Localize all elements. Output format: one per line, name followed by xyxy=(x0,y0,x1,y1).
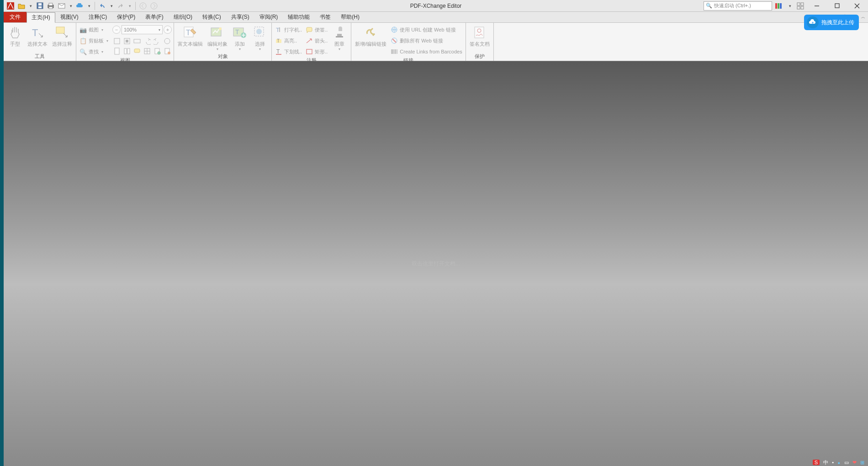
nav-forward-button[interactable] xyxy=(149,1,159,11)
view-rotate-left-icon[interactable] xyxy=(143,37,152,46)
open-button[interactable] xyxy=(16,1,26,11)
tab-review[interactable]: 审阅(R) xyxy=(254,12,283,22)
ui-theme-button[interactable] xyxy=(774,1,785,11)
snapshot-button[interactable]: 📷 截图▾ xyxy=(78,25,110,35)
zoom-input[interactable]: 100%▾ xyxy=(122,25,163,34)
qat-separator xyxy=(95,2,95,10)
tab-home[interactable]: 主页(H) xyxy=(26,12,55,23)
ribbon-collapse-icon[interactable]: ︿ xyxy=(861,14,865,20)
tray-icon-5[interactable]: ⊞ xyxy=(860,460,864,466)
barcode-icon xyxy=(391,48,398,55)
view-pages-icon[interactable] xyxy=(122,47,132,56)
tab-accessibility[interactable]: 辅助功能 xyxy=(283,12,315,22)
svg-point-8 xyxy=(140,3,146,9)
link-icon xyxy=(363,25,379,40)
svg-rect-3 xyxy=(38,3,42,5)
svg-rect-23 xyxy=(126,40,128,42)
open-hint-text: 双击这里打开文档... xyxy=(412,260,460,268)
open-dropdown[interactable]: ▾ xyxy=(27,1,34,11)
cloud-dropdown[interactable]: ▾ xyxy=(86,1,92,11)
redo-button[interactable] xyxy=(116,1,126,11)
view-comment-icon[interactable] xyxy=(132,47,142,56)
tray-icon-1[interactable]: • xyxy=(832,460,834,465)
save-button[interactable] xyxy=(35,1,45,11)
svg-point-38 xyxy=(219,27,222,30)
view-misc-1-icon[interactable] xyxy=(163,37,172,46)
tab-view[interactable]: 视图(V) xyxy=(55,12,84,22)
select-object-button[interactable]: 选择 ▾ xyxy=(250,24,270,52)
redo-dropdown[interactable]: ▾ xyxy=(127,1,133,11)
svg-rect-52 xyxy=(336,36,343,37)
svg-point-25 xyxy=(164,38,170,44)
zoom-in-button[interactable]: + xyxy=(164,26,172,34)
rect-button[interactable]: 矩形.. xyxy=(304,47,329,57)
tab-share[interactable]: 共享(S) xyxy=(226,12,254,22)
edit-text-button[interactable]: T 富文本编辑 xyxy=(176,24,205,48)
upload-badge[interactable]: 拖拽至此上传 xyxy=(804,15,859,30)
tray-icon-2[interactable]: ⬥ xyxy=(837,460,841,465)
barcode-links-button[interactable]: Create Links from Barcodes xyxy=(389,47,463,57)
view-misc-2-icon[interactable] xyxy=(143,47,152,56)
view-fit-icon[interactable] xyxy=(122,37,132,46)
sticky-button[interactable]: 便签.. xyxy=(304,25,329,35)
minimize-button[interactable] xyxy=(808,0,826,11)
tab-convert[interactable]: 转换(C) xyxy=(197,12,226,22)
clipboard-button[interactable]: 📋 剪贴板▾ xyxy=(78,36,110,46)
hand-tool-button[interactable]: 手型 xyxy=(5,24,25,48)
view-page-icon[interactable] xyxy=(112,47,122,56)
edit-object-button[interactable]: 编辑对象 ▾ xyxy=(206,24,229,52)
cloud-button[interactable] xyxy=(75,1,85,11)
tray-icon-3[interactable]: ▭ xyxy=(844,460,849,466)
view-misc-3-icon[interactable] xyxy=(153,47,162,56)
tab-file[interactable]: 文件 xyxy=(4,12,26,22)
ui-theme-dropdown[interactable]: ▾ xyxy=(787,1,793,11)
view-misc-4-icon[interactable] xyxy=(163,47,172,56)
undo-button[interactable] xyxy=(97,1,107,11)
select-text-button[interactable]: T 选择文本 xyxy=(26,24,49,48)
view-rotate-right-icon[interactable] xyxy=(153,37,162,46)
tab-protect[interactable]: 保护(P) xyxy=(112,12,140,22)
view-width-icon[interactable] xyxy=(132,37,142,46)
remove-links-button[interactable]: 删除所有 Web 链接 xyxy=(389,36,463,46)
tab-comment[interactable]: 注释(C) xyxy=(84,12,112,22)
document-area[interactable]: 双击这里打开文档... xyxy=(4,61,868,466)
ime-indicator[interactable]: S xyxy=(813,460,820,465)
sign-button[interactable]: 签名文档 xyxy=(468,24,492,48)
highlight-button[interactable]: T 高亮.. xyxy=(274,36,303,46)
zoom-out-button[interactable]: − xyxy=(112,26,121,34)
underline-button[interactable]: T 下划线.. xyxy=(274,47,303,57)
undo-dropdown[interactable]: ▾ xyxy=(108,1,115,11)
svg-rect-28 xyxy=(127,48,130,54)
typewriter-button[interactable]: T 打字机.. xyxy=(274,25,303,35)
svg-text:T: T xyxy=(32,27,38,38)
email-button[interactable] xyxy=(57,1,67,11)
tray-icon-4[interactable]: ❤ xyxy=(852,460,857,466)
ribbon-group-view: 📷 截图▾ 📋 剪贴板▾ 🔍 查找▾ − xyxy=(76,23,174,61)
add-icon: T xyxy=(232,25,248,40)
ime-lang[interactable]: 中 xyxy=(823,459,828,466)
nav-back-button[interactable] xyxy=(138,1,148,11)
select-annot-button[interactable]: 选择注释 xyxy=(50,24,74,48)
app-icon[interactable] xyxy=(5,1,16,11)
stamp-button[interactable]: 图章 ▾ xyxy=(330,24,349,52)
url-create-button[interactable]: 使用 URL 创建 Web 链接 xyxy=(389,25,463,35)
layout-button[interactable] xyxy=(795,1,806,11)
svg-rect-24 xyxy=(134,39,140,43)
quick-access-toolbar: ▾ ▾ ▾ ▾ ▾ xyxy=(4,1,161,11)
add-object-button[interactable]: T 添加 ▾ xyxy=(230,24,249,52)
close-button[interactable] xyxy=(848,0,866,11)
maximize-button[interactable] xyxy=(828,0,846,11)
quick-launch-input[interactable]: 🔍 快速启动 (Ctrl+.) xyxy=(704,1,772,11)
upload-badge-label: 拖拽至此上传 xyxy=(821,19,854,26)
edit-link-button[interactable]: 新增/编辑链接 xyxy=(353,24,388,48)
tab-bookmark[interactable]: 书签 xyxy=(315,12,336,22)
tab-help[interactable]: 帮助(H) xyxy=(336,12,365,22)
tab-form[interactable]: 表单(F) xyxy=(140,12,168,22)
email-dropdown[interactable]: ▾ xyxy=(68,1,74,11)
print-button[interactable] xyxy=(46,1,56,11)
arrow-button[interactable]: 箭头.. xyxy=(304,36,329,46)
tab-organize[interactable]: 组织(O) xyxy=(169,12,197,22)
desktop-left-edge xyxy=(0,0,4,466)
find-button[interactable]: 🔍 查找▾ xyxy=(78,47,110,57)
view-actual-icon[interactable] xyxy=(112,37,122,46)
